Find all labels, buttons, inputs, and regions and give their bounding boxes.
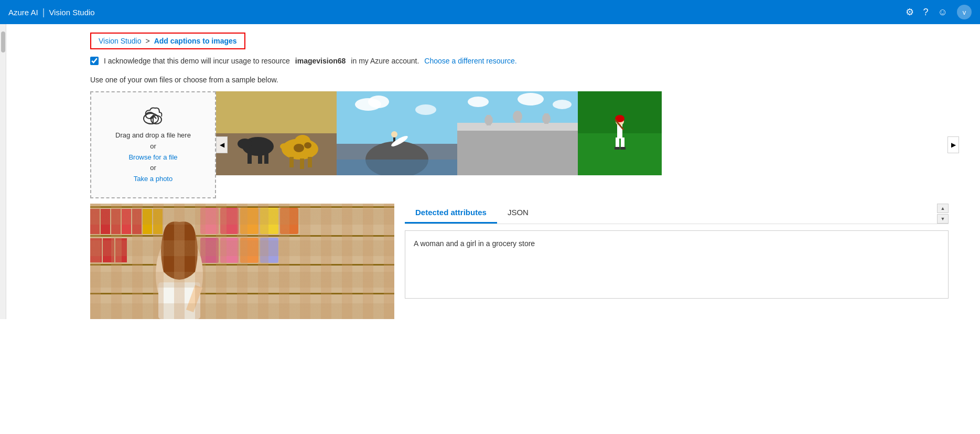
- top-navigation: Azure AI | Vision Studio ⚙ ? ☺ v: [0, 0, 980, 24]
- upload-or-2: or: [150, 164, 156, 172]
- sample-image-baseball[interactable]: [578, 91, 662, 175]
- upload-or-1: or: [150, 142, 156, 150]
- svg-rect-34: [487, 115, 491, 125]
- breadcrumb: Vision Studio > Add captions to images: [90, 33, 245, 49]
- svg-rect-4: [216, 91, 337, 133]
- ack-text-before: I acknowledge that this demo will incur …: [104, 57, 290, 65]
- instruction-text: Use one of your own files or choose from…: [90, 76, 959, 84]
- scroll-left-arrow[interactable]: ◀: [216, 136, 228, 153]
- sample-image-cows[interactable]: [216, 91, 337, 175]
- upload-dropzone[interactable]: Drag and drop a file here or Browse for …: [90, 91, 216, 198]
- svg-rect-48: [616, 137, 619, 148]
- svg-point-23: [391, 131, 397, 137]
- results-panel: Detected attributes JSON ▲ ▼ A woman and…: [394, 204, 959, 319]
- tab-scroll-controls: ▲ ▼: [937, 204, 949, 224]
- tab-json[interactable]: JSON: [497, 204, 539, 224]
- results-tabs: Detected attributes JSON ▲ ▼: [405, 204, 949, 224]
- svg-rect-14: [300, 158, 304, 169]
- upload-instruction: Drag and drop a file here or Browse for …: [115, 130, 191, 185]
- caption-text: A woman and a girl in a grocery store: [414, 239, 535, 248]
- feedback-icon[interactable]: ☺: [938, 7, 947, 18]
- ack-resource-name: imagevision68: [295, 57, 346, 65]
- svg-rect-9: [264, 153, 268, 164]
- svg-point-39: [468, 97, 489, 107]
- breadcrumb-current-page: Add captions to images: [154, 37, 237, 45]
- sample-images-strip[interactable]: [216, 91, 959, 186]
- selected-image-preview: [90, 204, 394, 319]
- svg-point-10: [238, 139, 252, 149]
- browse-file-link[interactable]: Browse for a file: [128, 153, 177, 161]
- svg-rect-15: [308, 157, 312, 167]
- take-photo-link[interactable]: Take a photo: [134, 175, 173, 183]
- scroll-up-btn[interactable]: ▲: [937, 204, 949, 213]
- breadcrumb-parent-link[interactable]: Vision Studio: [99, 37, 141, 45]
- help-icon[interactable]: ?: [923, 7, 929, 18]
- detected-attributes-content: A woman and a girl in a grocery store: [405, 230, 949, 299]
- svg-rect-13: [289, 157, 294, 167]
- sample-image-surfer[interactable]: [337, 91, 457, 175]
- bottom-section: Detected attributes JSON ▲ ▼ A woman and…: [90, 204, 959, 319]
- scrollbar-thumb[interactable]: [1, 31, 5, 52]
- drag-drop-text: Drag and drop a file here: [115, 131, 191, 139]
- scroll-down-btn[interactable]: ▼: [937, 214, 949, 224]
- svg-rect-51: [620, 147, 626, 150]
- ack-checkbox[interactable]: [90, 57, 99, 65]
- svg-point-27: [368, 96, 389, 108]
- svg-rect-36: [515, 111, 520, 123]
- image-section: Drag and drop a file here or Browse for …: [90, 91, 959, 198]
- svg-rect-5: [216, 133, 337, 175]
- svg-rect-32: [457, 123, 578, 131]
- svg-point-41: [553, 100, 572, 109]
- svg-point-17: [294, 144, 304, 152]
- grocery-overlay: [90, 204, 394, 319]
- brand-separator: |: [42, 7, 45, 18]
- breadcrumb-separator: >: [145, 37, 149, 45]
- ack-text-after: in my Azure account.: [351, 57, 419, 65]
- svg-rect-25: [337, 160, 457, 175]
- user-avatar[interactable]: v: [957, 5, 972, 19]
- scroll-right-arrow[interactable]: ▶: [947, 136, 959, 153]
- sample-images-wrapper: ◀: [216, 91, 959, 198]
- svg-rect-50: [615, 147, 620, 150]
- svg-point-40: [518, 93, 544, 105]
- brand-azure: Azure AI: [8, 8, 38, 17]
- svg-rect-49: [621, 137, 624, 148]
- svg-rect-31: [457, 125, 578, 175]
- brand-area: Azure AI | Vision Studio: [8, 7, 95, 18]
- nav-actions: ⚙ ? ☺ v: [906, 5, 972, 19]
- svg-rect-8: [258, 153, 262, 164]
- left-scrollbar: [0, 24, 6, 319]
- change-resource-link[interactable]: Choose a different resource.: [424, 57, 516, 65]
- acknowledgement-row: I acknowledge that this demo will incur …: [90, 57, 959, 65]
- cloud-upload-icon: [141, 105, 166, 126]
- svg-rect-7: [247, 153, 252, 164]
- tab-detected-attributes[interactable]: Detected attributes: [405, 204, 497, 224]
- settings-icon[interactable]: ⚙: [906, 6, 914, 18]
- svg-rect-38: [544, 113, 548, 124]
- svg-point-16: [280, 143, 288, 150]
- svg-point-18: [304, 142, 311, 149]
- svg-point-28: [415, 104, 436, 115]
- sample-image-statues[interactable]: [457, 91, 578, 175]
- brand-product: Vision Studio: [49, 8, 94, 17]
